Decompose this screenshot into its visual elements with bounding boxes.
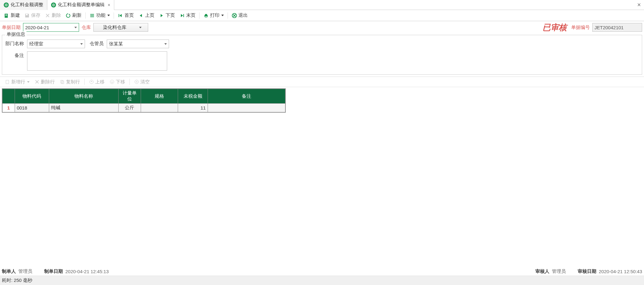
button-label: 下移	[116, 79, 125, 85]
date-value: 2020-04-21	[25, 25, 49, 30]
first-page-button[interactable]: 首页	[116, 12, 136, 19]
separator	[85, 12, 86, 19]
dept-field[interactable]: 经理室	[27, 40, 85, 48]
button-label: 上移	[95, 79, 105, 85]
svg-rect-20	[205, 16, 207, 17]
date-field[interactable]: 2020-04-21	[23, 23, 79, 32]
prev-page-button[interactable]: 上页	[136, 12, 156, 19]
chevron-down-icon	[74, 27, 77, 28]
cell-spec[interactable]	[141, 104, 178, 112]
button-label: 删除行	[41, 79, 55, 85]
save-icon	[24, 13, 30, 18]
button-label: 退出	[238, 12, 248, 18]
col-unit[interactable]: 计量单位	[118, 89, 141, 104]
date-label: 单据日期	[2, 25, 21, 30]
delete-icon	[45, 13, 50, 18]
globe-icon	[51, 2, 56, 7]
tab-adjust-edit[interactable]: 化工料金额调整单编辑 ×	[47, 0, 114, 10]
cell-amount[interactable]: 11	[178, 104, 208, 112]
cell-code[interactable]: 0018	[15, 104, 49, 112]
refresh-button[interactable]: 刷新	[63, 12, 83, 19]
warehouse-field[interactable]: 染化料仓库	[93, 23, 148, 32]
function-button[interactable]: 功能	[87, 12, 112, 19]
audit-date-value: 2020-04-21 12:50:43	[599, 269, 642, 274]
col-code[interactable]: 物料代码	[15, 89, 49, 104]
add-row-icon	[5, 79, 10, 84]
button-label: 功能	[96, 12, 106, 18]
chevron-down-icon	[221, 15, 224, 16]
svg-rect-7	[5, 14, 7, 15]
keeper-label: 仓管员	[88, 40, 104, 47]
exit-icon	[232, 13, 237, 18]
keeper-field[interactable]: 张某某	[107, 40, 169, 48]
chevron-down-icon	[27, 81, 30, 83]
audit-date-label: 审核日期	[578, 269, 596, 274]
last-page-button[interactable]: 末页	[177, 12, 197, 19]
down-icon	[110, 79, 115, 84]
save-button: 保存	[22, 12, 42, 19]
button-label: 打印	[210, 12, 219, 18]
cell-name[interactable]: 纯碱	[49, 104, 118, 112]
status-bar: 耗时: 250 毫秒	[0, 276, 644, 285]
col-remark[interactable]: 备注	[208, 89, 285, 104]
svg-rect-10	[26, 14, 28, 15]
tab-bar: 化工料金额调整 化工料金额调整单编辑 × ×	[0, 0, 644, 10]
dept-label: 部门名称	[5, 40, 24, 47]
new-button[interactable]: 新建	[2, 12, 22, 19]
svg-rect-13	[90, 14, 94, 15]
del-row-icon	[35, 79, 40, 84]
separator	[129, 79, 130, 85]
col-spec[interactable]: 规格	[141, 89, 178, 104]
last-icon	[179, 13, 185, 18]
button-label: 复制行	[66, 79, 80, 85]
button-label: 下页	[166, 12, 175, 18]
remark-label: 备注	[5, 51, 24, 58]
remark-field[interactable]	[27, 51, 167, 71]
col-name[interactable]: 物料名称	[49, 89, 118, 104]
copy-row-icon	[60, 79, 65, 84]
creator-value: 管理员	[18, 269, 32, 274]
button-label: 刷新	[72, 12, 82, 18]
tab-close-icon[interactable]: ×	[108, 2, 110, 7]
svg-rect-9	[5, 16, 7, 16]
next-page-button[interactable]: 下页	[157, 12, 177, 19]
keeper-value: 张某某	[109, 41, 123, 47]
separator	[228, 12, 228, 19]
doc-no-value: JET20042101	[595, 25, 623, 30]
svg-rect-14	[90, 15, 94, 16]
button-label: 保存	[31, 12, 40, 18]
button-label: 末页	[186, 12, 195, 18]
add-row-button: 新增行	[3, 78, 31, 86]
header-fields: 单据日期 2020-04-21 仓库 染化料仓库 已审核 单据编号 JET200…	[0, 21, 644, 34]
chevron-down-icon	[139, 27, 142, 28]
cell-unit[interactable]: 公斤	[118, 104, 141, 112]
row-header-blank	[2, 89, 15, 104]
svg-rect-17	[183, 14, 184, 17]
create-date-value: 2020-04-21 12:45:13	[65, 269, 109, 274]
button-label: 新增行	[11, 79, 25, 85]
auditor-label: 审核人	[535, 269, 549, 274]
close-all-icon[interactable]: ×	[637, 1, 641, 8]
warehouse-label: 仓库	[82, 25, 91, 30]
print-button[interactable]: 打印	[201, 12, 226, 19]
chevron-down-icon	[164, 43, 167, 45]
print-icon	[203, 13, 209, 18]
first-icon	[118, 13, 123, 18]
cell-remark[interactable]	[208, 104, 285, 112]
elapsed-text: 耗时: 250 毫秒	[2, 278, 32, 283]
exit-button[interactable]: 退出	[230, 12, 250, 19]
tab-label: 化工料金额调整	[11, 2, 43, 8]
button-label: 清空	[140, 79, 150, 85]
separator	[114, 12, 114, 19]
auditor-value: 管理员	[552, 269, 566, 274]
col-amount[interactable]: 未税金额	[178, 89, 208, 104]
audit-stamp: 已审核	[543, 22, 567, 33]
dept-value: 经理室	[29, 41, 43, 47]
doc-no-field: JET20042101	[592, 23, 642, 32]
refresh-icon	[65, 13, 71, 18]
button-label: 新建	[11, 12, 20, 18]
table-row[interactable]: 1 0018 纯碱 公斤 11	[2, 104, 285, 112]
clear-button: 清空	[132, 78, 152, 86]
tab-adjust-list[interactable]: 化工料金额调整	[0, 0, 47, 10]
move-down-button: 下移	[108, 78, 127, 86]
